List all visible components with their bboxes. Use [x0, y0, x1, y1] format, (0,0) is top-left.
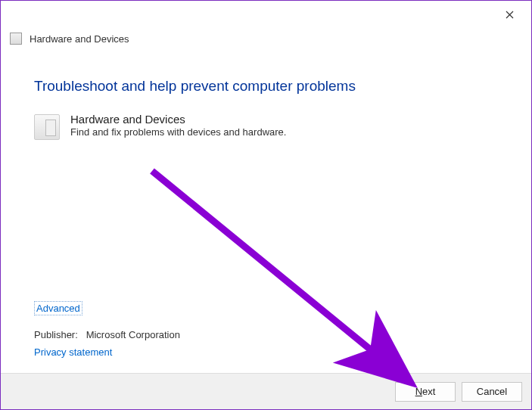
advanced-link[interactable]: Advanced [34, 301, 82, 315]
next-button[interactable]: Next [395, 382, 456, 402]
header: Hardware and Devices [1, 28, 531, 55]
annotation-arrow [145, 163, 432, 390]
page-heading: Troubleshoot and help prevent computer p… [34, 78, 498, 95]
footer: Next Cancel [1, 373, 531, 409]
titlebar [1, 1, 531, 28]
troubleshooter-item: Hardware and Devices Find and fix proble… [34, 113, 498, 140]
next-rest: ext [422, 386, 435, 397]
lower-block: Advanced Publisher: Microsoft Corporatio… [34, 301, 180, 358]
item-description: Find and fix problems with devices and h… [70, 126, 286, 138]
cancel-button[interactable]: Cancel [462, 382, 522, 402]
close-icon [506, 11, 514, 19]
hardware-devices-icon [34, 114, 60, 140]
svg-line-0 [152, 171, 402, 375]
troubleshooter-icon [10, 33, 22, 45]
item-title: Hardware and Devices [70, 113, 286, 126]
publisher-label: Publisher: [34, 329, 78, 340]
close-button[interactable] [496, 5, 522, 24]
publisher-line: Publisher: Microsoft Corporation [34, 329, 180, 340]
privacy-link[interactable]: Privacy statement [34, 346, 180, 358]
publisher-value: Microsoft Corporation [86, 329, 180, 340]
window-title: Hardware and Devices [30, 33, 129, 45]
content-area: Troubleshoot and help prevent computer p… [1, 55, 531, 140]
next-accel: N [415, 386, 422, 397]
